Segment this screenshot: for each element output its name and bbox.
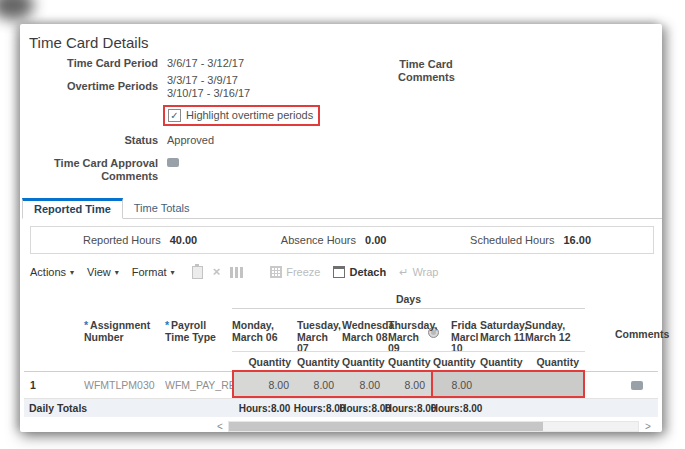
overtime-label: Overtime Periods bbox=[20, 74, 158, 93]
table-header: Days *Assignment Number *Payroll Time Ty… bbox=[24, 291, 658, 372]
daily-total-tuesday: Hours:8.00 bbox=[297, 403, 342, 414]
overtime-highlight-callout: ✓ Highlight overtime periods bbox=[163, 105, 320, 126]
column-header-tuesday[interactable]: Tuesday, March 07 bbox=[297, 315, 342, 355]
table-row: 1 WFMTLPM030 WFM_PAY_REG... 8.00 8.00 8.… bbox=[24, 372, 658, 399]
time-card-comments-label: Time Card Comments bbox=[398, 58, 454, 84]
column-header-wednesday[interactable]: Wednesda March 08 bbox=[342, 315, 388, 355]
daily-totals-label: Daily Totals bbox=[24, 402, 232, 414]
paste-icon[interactable] bbox=[192, 266, 203, 279]
overtime-row: Overtime Periods 3/3/17 - 3/9/17 3/10/17… bbox=[20, 74, 662, 100]
quantity-spacer bbox=[615, 351, 658, 368]
screenshot-stage: Time Card Details Time Card Comments Tim… bbox=[0, 0, 685, 449]
quantity-header-wednesday: Quantity bbox=[342, 351, 388, 368]
required-asterisk: * bbox=[165, 319, 169, 331]
checkbox-check-icon: ✓ bbox=[170, 110, 178, 121]
chevron-down-icon: ▾ bbox=[171, 268, 175, 277]
column-header-monday[interactable]: Monday, March 06 bbox=[232, 315, 297, 355]
highlight-overtime-checkbox[interactable]: ✓ bbox=[168, 109, 181, 122]
day-line1: Tuesday, bbox=[297, 320, 342, 332]
scrollbar-thumb[interactable] bbox=[229, 422, 543, 431]
time-card-comments-line2: Comments bbox=[398, 71, 454, 84]
quantity-cell-tuesday: 8.00 bbox=[297, 372, 342, 398]
day-line1: Frida bbox=[451, 320, 480, 332]
day-line1: Monday, bbox=[232, 320, 297, 332]
payroll-time-type-header[interactable]: *Payroll Time Type bbox=[165, 315, 232, 355]
scroll-left-arrow[interactable]: < bbox=[214, 421, 226, 432]
wrap-button[interactable]: ↵ Wrap bbox=[399, 266, 438, 279]
comments-column-header[interactable]: Comments bbox=[615, 315, 669, 355]
required-asterisk: * bbox=[84, 319, 88, 331]
day-line1: Sunday, bbox=[525, 320, 585, 332]
quantity-cell-sunday bbox=[525, 372, 585, 398]
daily-total-friday: Hours:8.00 bbox=[433, 403, 480, 414]
row-comments-cell bbox=[615, 372, 658, 398]
scroll-right-arrow[interactable]: > bbox=[642, 421, 654, 432]
absence-hours-value: 0.00 bbox=[365, 234, 386, 246]
daily-total-wednesday: Hours:8.00 bbox=[342, 403, 388, 414]
column-header-friday[interactable]: Frida Marcl 10 bbox=[433, 315, 480, 355]
freeze-label: Freeze bbox=[286, 266, 320, 278]
quantity-spacer bbox=[24, 351, 84, 368]
move-column-icon[interactable] bbox=[235, 267, 238, 278]
scrollbar-track[interactable] bbox=[228, 421, 639, 432]
overtime-values: 3/3/17 - 3/9/17 3/10/17 - 3/16/17 bbox=[167, 74, 250, 100]
period-row: Time Card Period 3/6/17 - 3/12/17 bbox=[20, 57, 662, 70]
overtime-value-2: 3/10/17 - 3/16/17 bbox=[167, 87, 250, 100]
actions-menu-label: Actions bbox=[30, 266, 66, 278]
assignment-number-cell: WFMTLPM030 bbox=[84, 372, 165, 398]
quantity-subheader-row: Quantity Quantity Quantity Quantity Quan… bbox=[24, 351, 658, 368]
highlight-checkbox-label: Highlight overtime periods bbox=[186, 109, 313, 122]
format-menu-button[interactable]: Format ▾ bbox=[132, 266, 175, 278]
reported-hours-value: 40.00 bbox=[170, 234, 198, 246]
detach-button[interactable]: Detach bbox=[333, 266, 386, 278]
quantity-spacer bbox=[84, 351, 165, 368]
comment-bubble-icon[interactable] bbox=[167, 158, 179, 167]
days-spanning-header: Days bbox=[232, 293, 585, 309]
day-line1: Saturday, bbox=[480, 320, 525, 332]
day-line1: Thursday, bbox=[388, 320, 433, 332]
view-menu-button[interactable]: View ▾ bbox=[87, 266, 119, 278]
status-value: Approved bbox=[167, 134, 214, 147]
tab-time-totals[interactable]: Time Totals bbox=[123, 198, 201, 218]
quantity-header-monday: Quantity bbox=[232, 351, 297, 368]
daily-total-monday: Hours:8.00 bbox=[232, 403, 297, 414]
toolbar-icon-group: × bbox=[192, 266, 244, 279]
payroll-header-label: Payroll Time Type bbox=[165, 319, 216, 343]
scheduled-hours-label: Scheduled Hours bbox=[470, 234, 554, 246]
column-header-thursday[interactable]: Thursday, March 09 bbox=[388, 315, 433, 355]
time-card-comments-line1: Time Card bbox=[398, 58, 454, 71]
actions-menu-button[interactable]: Actions ▾ bbox=[30, 266, 74, 278]
delete-x-icon[interactable]: × bbox=[213, 266, 221, 278]
freeze-grid-icon bbox=[270, 266, 282, 278]
absence-hours-group: Absence Hours 0.00 bbox=[281, 234, 387, 246]
assignment-number-header[interactable]: *Assignment Number bbox=[84, 315, 165, 355]
table-toolbar: Actions ▾ View ▾ Format ▾ × Freeze bbox=[30, 263, 662, 281]
column-header-row: *Assignment Number *Payroll Time Type Mo… bbox=[24, 315, 658, 355]
comment-bubble-icon[interactable] bbox=[631, 381, 643, 390]
freeze-button[interactable]: Freeze bbox=[270, 266, 320, 278]
daily-total-thursday: Hours:8.00 bbox=[388, 403, 433, 414]
view-menu-label: View bbox=[87, 266, 111, 278]
quantity-header-tuesday: Quantity bbox=[297, 351, 342, 368]
day-line2: March 11 bbox=[480, 332, 525, 344]
row-gap-cell bbox=[585, 372, 615, 398]
time-card-form: Time Card Comments Time Card Period 3/6/… bbox=[20, 57, 662, 183]
detach-window-icon bbox=[333, 266, 345, 278]
day-line2: March 12 bbox=[525, 332, 585, 344]
quantity-header-sunday: Quantity bbox=[525, 351, 585, 368]
column-header-sunday[interactable]: Sunday, March 12 bbox=[525, 315, 585, 355]
row-number-cell: 1 bbox=[24, 372, 84, 398]
period-value: 3/6/17 - 3/12/17 bbox=[167, 57, 244, 70]
wrap-label: Wrap bbox=[412, 266, 438, 278]
tab-reported-time[interactable]: Reported Time bbox=[22, 198, 123, 219]
quantity-cell-saturday bbox=[480, 372, 525, 398]
detach-label: Detach bbox=[349, 266, 386, 278]
wrap-arrow-icon: ↵ bbox=[399, 266, 408, 279]
header-gap bbox=[585, 315, 615, 355]
column-header-saturday[interactable]: Saturday, March 11 bbox=[480, 315, 525, 355]
approval-comments-value bbox=[167, 157, 179, 170]
chevron-down-icon: ▾ bbox=[70, 268, 74, 277]
payroll-time-type-cell: WFM_PAY_REG... bbox=[165, 372, 232, 398]
chevron-down-icon: ▾ bbox=[115, 268, 119, 277]
scheduled-hours-value: 16.00 bbox=[563, 234, 591, 246]
